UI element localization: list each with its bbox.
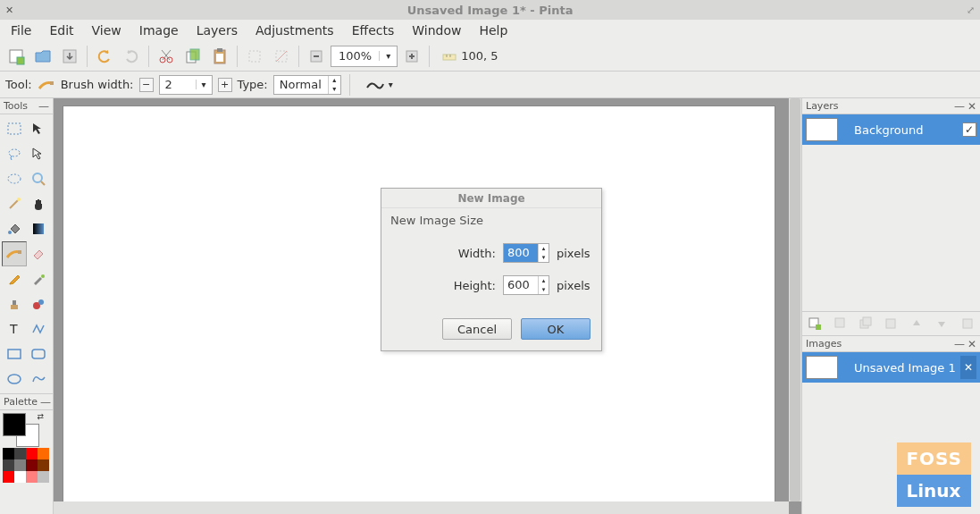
deselect-button[interactable] xyxy=(269,44,294,69)
vertical-scrollbar[interactable] xyxy=(789,98,801,501)
paste-button[interactable] xyxy=(207,44,232,69)
brush-width-increase[interactable]: + xyxy=(218,78,232,92)
spin-down-icon[interactable]: ▾ xyxy=(539,253,549,262)
eraser-tool[interactable] xyxy=(27,241,52,266)
fg-bg-color-swatch[interactable]: ⇄ xyxy=(3,413,42,445)
undo-button[interactable] xyxy=(92,44,117,69)
layer-properties-button[interactable] xyxy=(959,315,976,333)
zoom-combo[interactable]: 100% ▾ xyxy=(331,46,398,67)
rounded-rectangle-tool[interactable] xyxy=(27,341,52,367)
close-icon[interactable]: ✕ xyxy=(967,100,976,113)
palette-color[interactable] xyxy=(14,459,26,471)
freeform-shape-tool[interactable] xyxy=(27,367,52,392)
menu-window[interactable]: Window xyxy=(403,21,470,40)
chevron-down-icon[interactable]: ▾ xyxy=(196,80,212,89)
paintbrush-tool[interactable] xyxy=(2,241,27,266)
redo-button[interactable] xyxy=(119,44,144,69)
crop-button[interactable] xyxy=(242,44,267,69)
delete-layer-button[interactable] xyxy=(832,315,850,333)
palette-color[interactable] xyxy=(26,459,38,471)
move-selected-tool[interactable] xyxy=(27,116,52,141)
menu-image[interactable]: Image xyxy=(130,21,188,40)
merge-layer-button[interactable] xyxy=(882,315,900,333)
layer-row[interactable]: Background ✓ xyxy=(802,114,980,145)
brush-type-combo[interactable]: Normal ▴▾ xyxy=(273,75,341,95)
cut-button[interactable] xyxy=(154,44,179,69)
palette-color[interactable] xyxy=(38,448,49,459)
window-close-icon[interactable]: ✕ xyxy=(5,4,13,16)
swap-colors-icon[interactable]: ⇄ xyxy=(37,412,44,421)
clone-stamp-tool[interactable] xyxy=(2,291,27,316)
palette-color[interactable] xyxy=(26,448,38,459)
zoom-out-button[interactable] xyxy=(304,44,329,69)
horizontal-scrollbar[interactable] xyxy=(54,501,789,514)
move-selection-tool[interactable] xyxy=(27,141,52,166)
minimize-icon[interactable]: — xyxy=(954,100,965,113)
minimize-icon[interactable]: — xyxy=(38,100,49,113)
ellipse-select-tool[interactable] xyxy=(2,166,27,191)
ok-button[interactable]: OK xyxy=(521,318,591,340)
spin-up-icon[interactable]: ▴ xyxy=(539,244,549,253)
svg-rect-45 xyxy=(863,317,871,325)
spin-up-icon[interactable]: ▴ xyxy=(539,276,549,285)
zoom-dropdown-icon[interactable]: ▾ xyxy=(379,51,397,61)
menu-effects[interactable]: Effects xyxy=(343,21,404,40)
layer-visibility-checkbox[interactable]: ✓ xyxy=(962,122,976,137)
brush-width-input[interactable]: 2 ▾ xyxy=(159,75,213,95)
zoom-in-button[interactable] xyxy=(399,44,424,69)
width-input[interactable]: 800 ▴▾ xyxy=(503,243,549,263)
pencil-tool[interactable] xyxy=(2,266,27,291)
copy-button[interactable] xyxy=(180,44,205,69)
palette-color[interactable] xyxy=(3,459,14,471)
color-picker-tool[interactable] xyxy=(27,266,52,291)
foreground-color[interactable] xyxy=(3,413,26,436)
chevron-down-icon[interactable]: ▾ xyxy=(389,80,393,89)
palette-color[interactable] xyxy=(3,448,14,459)
text-tool[interactable]: T xyxy=(2,316,27,341)
spin-down-icon[interactable]: ▾ xyxy=(539,285,549,294)
cancel-button[interactable]: Cancel xyxy=(442,318,512,340)
close-image-button[interactable]: ✕ xyxy=(960,356,976,379)
titlebar: ✕ Unsaved Image 1* - Pinta ⤢ xyxy=(0,0,980,20)
rectangle-select-tool[interactable] xyxy=(2,116,27,141)
palette-color[interactable] xyxy=(3,471,14,483)
add-layer-button[interactable] xyxy=(806,315,824,333)
spin-up-icon[interactable]: ▴ xyxy=(329,76,340,85)
menu-layers[interactable]: Layers xyxy=(188,21,247,40)
pan-tool[interactable] xyxy=(27,191,52,216)
paint-bucket-tool[interactable] xyxy=(2,216,27,241)
ellipse-tool[interactable] xyxy=(2,367,27,392)
palette-color[interactable] xyxy=(38,471,49,483)
duplicate-layer-button[interactable] xyxy=(857,315,875,333)
open-file-button[interactable] xyxy=(30,44,55,69)
lasso-select-tool[interactable] xyxy=(2,141,27,166)
palette-color[interactable] xyxy=(14,471,26,483)
zoom-tool[interactable] xyxy=(27,166,52,191)
menu-edit[interactable]: Edit xyxy=(40,21,82,40)
rectangle-tool[interactable] xyxy=(2,341,27,367)
window-maximize-icon[interactable]: ⤢ xyxy=(967,4,975,16)
magic-wand-tool[interactable] xyxy=(2,191,27,216)
gradient-tool[interactable] xyxy=(27,216,52,241)
new-file-button[interactable] xyxy=(4,44,29,69)
svg-point-25 xyxy=(33,173,42,182)
palette-color[interactable] xyxy=(38,459,49,471)
palette-color[interactable] xyxy=(14,448,26,459)
minimize-icon[interactable]: — xyxy=(40,396,51,409)
menu-adjustments[interactable]: Adjustments xyxy=(247,21,343,40)
save-file-button[interactable] xyxy=(57,44,82,69)
menu-view[interactable]: View xyxy=(83,21,130,40)
palette-color[interactable] xyxy=(26,471,38,483)
recolor-tool[interactable] xyxy=(27,291,52,316)
close-icon[interactable]: ✕ xyxy=(967,338,976,350)
height-input[interactable]: 600 ▴▾ xyxy=(503,275,549,295)
move-layer-down-button[interactable] xyxy=(933,315,951,333)
spin-down-icon[interactable]: ▾ xyxy=(329,85,340,94)
minimize-icon[interactable]: — xyxy=(954,338,965,350)
menu-help[interactable]: Help xyxy=(470,21,516,40)
menu-file[interactable]: File xyxy=(2,21,40,40)
image-row[interactable]: Unsaved Image 1 ✕ xyxy=(802,352,980,383)
brush-width-decrease[interactable]: − xyxy=(139,78,154,92)
line-tool[interactable] xyxy=(27,316,52,341)
move-layer-up-button[interactable] xyxy=(908,315,926,333)
